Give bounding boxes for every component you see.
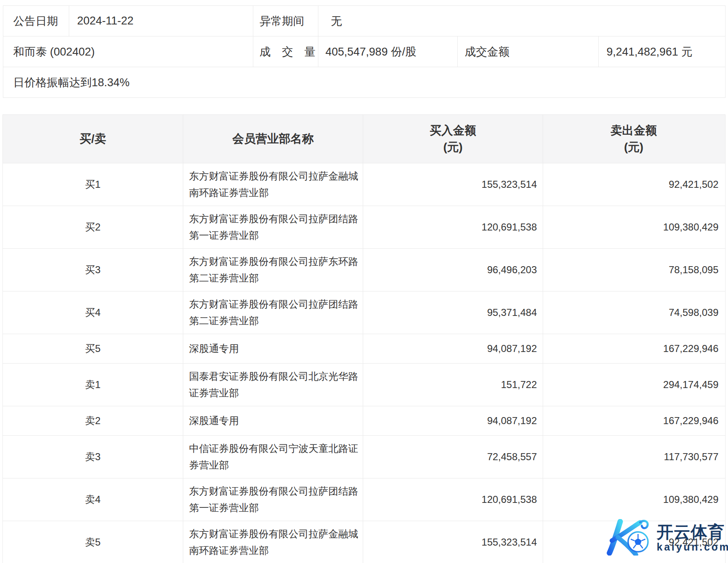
row-buy-amount: 151,722 bbox=[363, 364, 543, 406]
info-row-note: 日价格振幅达到18.34% bbox=[3, 67, 725, 97]
row-side-label: 卖1 bbox=[3, 364, 183, 406]
kaiyun-watermark-text: 开云体育 kaiyun.com bbox=[657, 522, 728, 553]
row-branch-name: 国泰君安证券股份有限公司北京光华路证券营业部 bbox=[183, 364, 363, 406]
table-header: 买/卖 会员营业部名称 买入金额 (元) 卖出金额 (元) bbox=[3, 115, 725, 163]
table-row: 买3 东方财富证券股份有限公司拉萨东环路第二证券营业部 96,496,203 7… bbox=[3, 248, 725, 291]
kaiyun-brand-name: 开云体育 bbox=[657, 522, 728, 541]
kaiyun-watermark: 开云体育 kaiyun.com bbox=[605, 519, 728, 556]
info-row-volume: 和而泰 (002402) 成 交 量 405,547,989 份/股 成交金额 … bbox=[3, 36, 725, 67]
trading-seats-table: 买/卖 会员营业部名称 买入金额 (元) 卖出金额 (元) 买1 东方财富证券股… bbox=[2, 114, 726, 563]
announce-date-label: 公告日期 bbox=[3, 6, 69, 36]
row-buy-amount: 94,087,192 bbox=[363, 406, 543, 435]
header-buy-line2: (元) bbox=[443, 139, 463, 155]
row-buy-amount: 94,087,192 bbox=[363, 334, 543, 363]
row-branch-name: 东方财富证券股份有限公司拉萨金融城南环路证券营业部 bbox=[183, 521, 363, 563]
row-branch-name: 东方财富证券股份有限公司拉萨东环路第二证券营业部 bbox=[183, 249, 363, 291]
row-sell-amount: 167,229,946 bbox=[543, 334, 724, 363]
table-row: 卖3 中信证券股份有限公司宁波天童北路证券营业部 72,458,557 117,… bbox=[3, 435, 725, 478]
page: 公告日期 2024-11-22 异常期间 无 和而泰 (002402) 成 交 … bbox=[0, 0, 728, 563]
row-side-label: 买2 bbox=[3, 206, 183, 248]
row-sell-amount: 78,158,095 bbox=[543, 249, 724, 291]
row-buy-amount: 120,691,538 bbox=[363, 206, 543, 248]
row-buy-amount: 95,371,484 bbox=[363, 291, 543, 334]
kaiyun-logo-icon bbox=[605, 519, 653, 556]
row-branch-name: 深股通专用 bbox=[183, 334, 363, 363]
row-sell-amount: 109,380,429 bbox=[543, 478, 724, 521]
price-amplitude-note: 日价格振幅达到18.34% bbox=[3, 67, 725, 97]
row-side-label: 买3 bbox=[3, 249, 183, 291]
row-sell-amount: 74,598,039 bbox=[543, 291, 724, 334]
turnover-value: 9,241,482,961 元 bbox=[599, 36, 725, 67]
row-buy-amount: 96,496,203 bbox=[363, 249, 543, 291]
volume-value: 405,547,989 份/股 bbox=[318, 36, 458, 67]
row-side-label: 卖4 bbox=[3, 478, 183, 521]
row-branch-name: 东方财富证券股份有限公司拉萨团结路第二证券营业部 bbox=[183, 291, 363, 334]
row-branch-name: 东方财富证券股份有限公司拉萨团结路第一证券营业部 bbox=[183, 478, 363, 521]
header-sell-line2: (元) bbox=[624, 139, 643, 155]
abnormal-period-label: 异常期间 bbox=[253, 6, 318, 36]
table-row: 卖2 深股通专用 94,087,192 167,229,946 bbox=[3, 406, 725, 435]
row-branch-name: 深股通专用 bbox=[183, 406, 363, 435]
row-buy-amount: 155,323,514 bbox=[363, 163, 543, 206]
header-side: 买/卖 bbox=[3, 115, 183, 163]
turnover-label: 成交金额 bbox=[458, 36, 599, 67]
row-buy-amount: 155,323,514 bbox=[363, 521, 543, 563]
row-sell-amount: 294,174,459 bbox=[543, 364, 724, 406]
row-sell-amount: 117,730,577 bbox=[543, 436, 724, 478]
soccer-ball-icon bbox=[628, 532, 648, 552]
row-sell-amount: 167,229,946 bbox=[543, 406, 724, 435]
table-row: 卖1 国泰君安证券股份有限公司北京光华路证券营业部 151,722 294,17… bbox=[3, 363, 725, 406]
row-branch-name: 中信证券股份有限公司宁波天童北路证券营业部 bbox=[183, 436, 363, 478]
table-row: 买4 东方财富证券股份有限公司拉萨团结路第二证券营业部 95,371,484 7… bbox=[3, 291, 725, 334]
abnormal-period-value: 无 bbox=[318, 6, 725, 36]
stock-info-panel: 公告日期 2024-11-22 异常期间 无 和而泰 (002402) 成 交 … bbox=[3, 5, 726, 98]
header-sell-amount: 卖出金额 (元) bbox=[543, 115, 724, 163]
row-buy-amount: 120,691,538 bbox=[363, 478, 543, 521]
table-row: 买2 东方财富证券股份有限公司拉萨团结路第一证券营业部 120,691,538 … bbox=[3, 206, 725, 248]
row-side-label: 卖2 bbox=[3, 406, 183, 435]
row-branch-name: 东方财富证券股份有限公司拉萨金融城南环路证券营业部 bbox=[183, 163, 363, 206]
volume-label: 成 交 量 bbox=[253, 36, 318, 67]
row-side-label: 卖5 bbox=[3, 521, 183, 563]
kaiyun-domain: kaiyun.com bbox=[657, 541, 728, 553]
table-row: 卖4 东方财富证券股份有限公司拉萨团结路第一证券营业部 120,691,538 … bbox=[3, 478, 725, 521]
table-body: 买1 东方财富证券股份有限公司拉萨金融城南环路证券营业部 155,323,514… bbox=[3, 163, 725, 563]
row-sell-amount: 92,421,502 bbox=[543, 163, 724, 206]
row-side-label: 买5 bbox=[3, 334, 183, 363]
row-side-label: 卖3 bbox=[3, 436, 183, 478]
stock-name: 和而泰 (002402) bbox=[3, 36, 253, 67]
header-branch: 会员营业部名称 bbox=[183, 115, 363, 163]
table-row: 买1 东方财富证券股份有限公司拉萨金融城南环路证券营业部 155,323,514… bbox=[3, 163, 725, 206]
row-branch-name: 东方财富证券股份有限公司拉萨团结路第一证券营业部 bbox=[183, 206, 363, 248]
table-row: 买5 深股通专用 94,087,192 167,229,946 bbox=[3, 334, 725, 363]
header-buy-amount: 买入金额 (元) bbox=[363, 115, 543, 163]
announce-date-value: 2024-11-22 bbox=[69, 6, 253, 36]
header-sell-line1: 卖出金额 bbox=[611, 122, 657, 139]
info-row-announce: 公告日期 2024-11-22 异常期间 无 bbox=[3, 6, 725, 36]
row-buy-amount: 72,458,557 bbox=[363, 436, 543, 478]
row-side-label: 买4 bbox=[3, 291, 183, 334]
header-buy-line1: 买入金额 bbox=[430, 122, 476, 139]
row-sell-amount: 109,380,429 bbox=[543, 206, 724, 248]
row-side-label: 买1 bbox=[3, 163, 183, 206]
